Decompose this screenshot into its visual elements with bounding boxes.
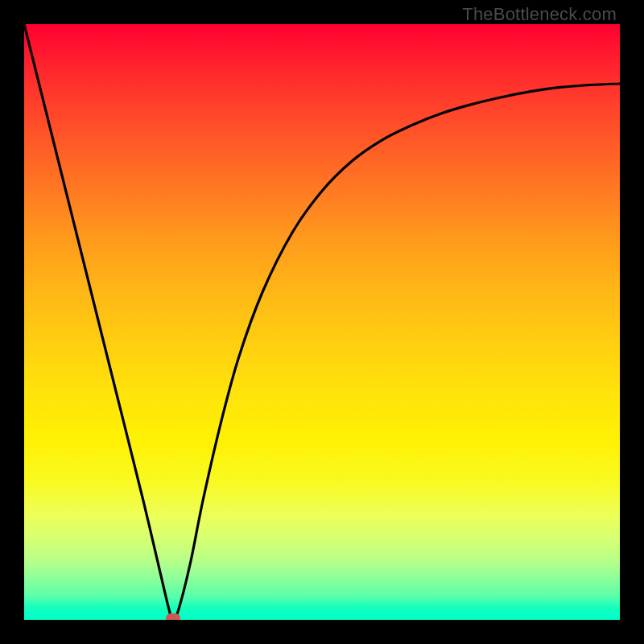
optimal-point-marker — [166, 613, 180, 620]
attribution-text: TheBottleneck.com — [462, 4, 617, 25]
bottleneck-curve — [24, 24, 620, 620]
plot-area — [24, 24, 620, 620]
chart-frame: TheBottleneck.com — [0, 0, 644, 644]
